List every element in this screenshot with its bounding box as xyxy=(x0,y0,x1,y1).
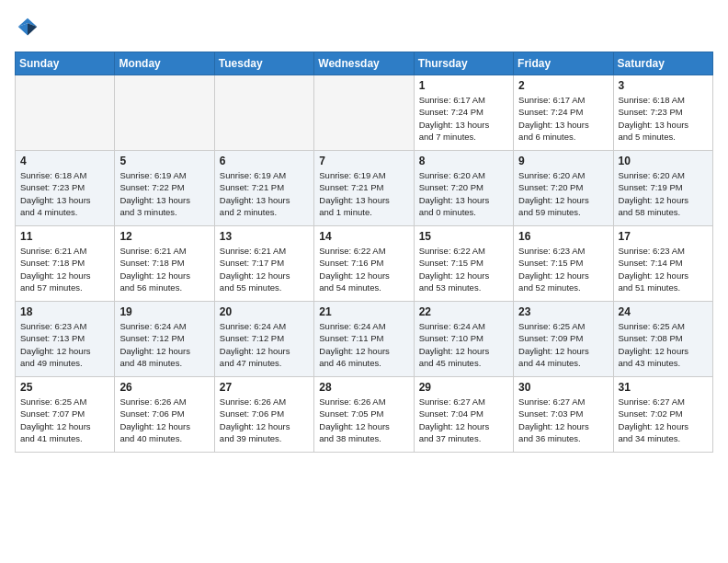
day-number: 12 xyxy=(119,230,209,243)
calendar-cell: 29Sunrise: 6:27 AM Sunset: 7:04 PM Dayli… xyxy=(414,377,513,453)
day-number: 14 xyxy=(319,230,408,243)
week-row-1: 1Sunrise: 6:17 AM Sunset: 7:24 PM Daylig… xyxy=(16,75,713,151)
calendar: SundayMondayTuesdayWednesdayThursdayFrid… xyxy=(15,52,713,453)
calendar-cell: 5Sunrise: 6:19 AM Sunset: 7:22 PM Daylig… xyxy=(115,151,214,226)
cell-content: Sunrise: 6:19 AM Sunset: 7:22 PM Dayligh… xyxy=(119,169,209,218)
cell-content: Sunrise: 6:26 AM Sunset: 7:06 PM Dayligh… xyxy=(119,396,209,444)
day-number: 2 xyxy=(518,79,608,92)
day-number: 9 xyxy=(518,155,608,167)
calendar-cell: 6Sunrise: 6:19 AM Sunset: 7:21 PM Daylig… xyxy=(214,151,313,226)
calendar-cell: 10Sunrise: 6:20 AM Sunset: 7:19 PM Dayli… xyxy=(613,151,712,226)
week-row-4: 18Sunrise: 6:23 AM Sunset: 7:13 PM Dayli… xyxy=(16,302,713,377)
cell-content: Sunrise: 6:21 AM Sunset: 7:18 PM Dayligh… xyxy=(119,245,209,293)
day-number: 8 xyxy=(419,155,508,167)
page: SundayMondayTuesdayWednesdayThursdayFrid… xyxy=(0,0,728,467)
cell-content: Sunrise: 6:17 AM Sunset: 7:24 PM Dayligh… xyxy=(419,94,508,143)
calendar-cell: 25Sunrise: 6:25 AM Sunset: 7:07 PM Dayli… xyxy=(16,377,115,453)
calendar-cell xyxy=(214,75,313,151)
cell-content: Sunrise: 6:25 AM Sunset: 7:09 PM Dayligh… xyxy=(518,320,608,369)
cell-content: Sunrise: 6:19 AM Sunset: 7:21 PM Dayligh… xyxy=(319,169,408,218)
calendar-cell xyxy=(115,75,214,151)
calendar-cell: 2Sunrise: 6:17 AM Sunset: 7:24 PM Daylig… xyxy=(514,75,613,151)
cell-content: Sunrise: 6:26 AM Sunset: 7:06 PM Dayligh… xyxy=(220,396,309,444)
calendar-cell: 4Sunrise: 6:18 AM Sunset: 7:23 PM Daylig… xyxy=(16,151,115,226)
cell-content: Sunrise: 6:23 AM Sunset: 7:13 PM Dayligh… xyxy=(20,320,109,369)
logo-icon xyxy=(15,15,40,40)
weekday-header-row: SundayMondayTuesdayWednesdayThursdayFrid… xyxy=(16,52,713,75)
calendar-cell: 26Sunrise: 6:26 AM Sunset: 7:06 PM Dayli… xyxy=(115,377,214,453)
calendar-cell: 15Sunrise: 6:22 AM Sunset: 7:15 PM Dayli… xyxy=(414,226,513,302)
calendar-cell: 21Sunrise: 6:24 AM Sunset: 7:11 PM Dayli… xyxy=(314,302,414,377)
day-number: 24 xyxy=(619,305,708,318)
cell-content: Sunrise: 6:17 AM Sunset: 7:24 PM Dayligh… xyxy=(518,94,608,143)
calendar-cell: 8Sunrise: 6:20 AM Sunset: 7:20 PM Daylig… xyxy=(414,151,513,226)
cell-content: Sunrise: 6:27 AM Sunset: 7:04 PM Dayligh… xyxy=(419,396,508,444)
calendar-cell: 27Sunrise: 6:26 AM Sunset: 7:06 PM Dayli… xyxy=(214,377,313,453)
weekday-wednesday: Wednesday xyxy=(314,52,414,75)
cell-content: Sunrise: 6:27 AM Sunset: 7:03 PM Dayligh… xyxy=(518,396,608,444)
calendar-cell: 24Sunrise: 6:25 AM Sunset: 7:08 PM Dayli… xyxy=(613,302,712,377)
day-number: 6 xyxy=(220,155,309,167)
logo xyxy=(15,15,44,40)
day-number: 3 xyxy=(619,79,708,92)
cell-content: Sunrise: 6:20 AM Sunset: 7:19 PM Dayligh… xyxy=(619,169,708,218)
weekday-sunday: Sunday xyxy=(16,52,115,75)
day-number: 20 xyxy=(220,305,309,318)
calendar-cell: 1Sunrise: 6:17 AM Sunset: 7:24 PM Daylig… xyxy=(414,75,513,151)
cell-content: Sunrise: 6:22 AM Sunset: 7:15 PM Dayligh… xyxy=(419,245,508,293)
cell-content: Sunrise: 6:18 AM Sunset: 7:23 PM Dayligh… xyxy=(20,169,109,218)
calendar-cell: 13Sunrise: 6:21 AM Sunset: 7:17 PM Dayli… xyxy=(214,226,313,302)
cell-content: Sunrise: 6:20 AM Sunset: 7:20 PM Dayligh… xyxy=(419,169,508,218)
calendar-cell xyxy=(314,75,414,151)
day-number: 28 xyxy=(319,381,408,394)
day-number: 7 xyxy=(319,155,408,167)
calendar-cell: 14Sunrise: 6:22 AM Sunset: 7:16 PM Dayli… xyxy=(314,226,414,302)
calendar-cell: 28Sunrise: 6:26 AM Sunset: 7:05 PM Dayli… xyxy=(314,377,414,453)
cell-content: Sunrise: 6:24 AM Sunset: 7:11 PM Dayligh… xyxy=(319,320,408,369)
weekday-monday: Monday xyxy=(115,52,214,75)
week-row-5: 25Sunrise: 6:25 AM Sunset: 7:07 PM Dayli… xyxy=(16,377,713,453)
day-number: 4 xyxy=(20,155,109,167)
cell-content: Sunrise: 6:21 AM Sunset: 7:18 PM Dayligh… xyxy=(20,245,109,293)
calendar-cell xyxy=(16,75,115,151)
calendar-cell: 12Sunrise: 6:21 AM Sunset: 7:18 PM Dayli… xyxy=(115,226,214,302)
week-row-3: 11Sunrise: 6:21 AM Sunset: 7:18 PM Dayli… xyxy=(16,226,713,302)
weekday-thursday: Thursday xyxy=(414,52,513,75)
day-number: 5 xyxy=(119,155,209,167)
cell-content: Sunrise: 6:24 AM Sunset: 7:12 PM Dayligh… xyxy=(119,320,209,369)
day-number: 25 xyxy=(20,381,109,394)
cell-content: Sunrise: 6:19 AM Sunset: 7:21 PM Dayligh… xyxy=(220,169,309,218)
calendar-cell: 19Sunrise: 6:24 AM Sunset: 7:12 PM Dayli… xyxy=(115,302,214,377)
calendar-cell: 30Sunrise: 6:27 AM Sunset: 7:03 PM Dayli… xyxy=(514,377,613,453)
weekday-saturday: Saturday xyxy=(613,52,712,75)
calendar-cell: 22Sunrise: 6:24 AM Sunset: 7:10 PM Dayli… xyxy=(414,302,513,377)
cell-content: Sunrise: 6:20 AM Sunset: 7:20 PM Dayligh… xyxy=(518,169,608,218)
day-number: 19 xyxy=(119,305,209,318)
cell-content: Sunrise: 6:21 AM Sunset: 7:17 PM Dayligh… xyxy=(220,245,309,293)
day-number: 30 xyxy=(518,381,608,394)
cell-content: Sunrise: 6:23 AM Sunset: 7:14 PM Dayligh… xyxy=(619,245,708,293)
cell-content: Sunrise: 6:22 AM Sunset: 7:16 PM Dayligh… xyxy=(319,245,408,293)
cell-content: Sunrise: 6:24 AM Sunset: 7:10 PM Dayligh… xyxy=(419,320,508,369)
day-number: 17 xyxy=(619,230,708,243)
calendar-cell: 17Sunrise: 6:23 AM Sunset: 7:14 PM Dayli… xyxy=(613,226,712,302)
weekday-friday: Friday xyxy=(514,52,613,75)
day-number: 21 xyxy=(319,305,408,318)
day-number: 15 xyxy=(419,230,508,243)
day-number: 22 xyxy=(419,305,508,318)
day-number: 18 xyxy=(20,305,109,318)
cell-content: Sunrise: 6:26 AM Sunset: 7:05 PM Dayligh… xyxy=(319,396,408,444)
cell-content: Sunrise: 6:18 AM Sunset: 7:23 PM Dayligh… xyxy=(619,94,708,143)
calendar-cell: 9Sunrise: 6:20 AM Sunset: 7:20 PM Daylig… xyxy=(514,151,613,226)
day-number: 11 xyxy=(20,230,109,243)
calendar-cell: 18Sunrise: 6:23 AM Sunset: 7:13 PM Dayli… xyxy=(16,302,115,377)
svg-marker-2 xyxy=(18,23,28,35)
day-number: 1 xyxy=(419,79,508,92)
day-number: 10 xyxy=(619,155,708,167)
calendar-cell: 20Sunrise: 6:24 AM Sunset: 7:12 PM Dayli… xyxy=(214,302,313,377)
calendar-cell: 3Sunrise: 6:18 AM Sunset: 7:23 PM Daylig… xyxy=(613,75,712,151)
day-number: 16 xyxy=(518,230,608,243)
calendar-cell: 31Sunrise: 6:27 AM Sunset: 7:02 PM Dayli… xyxy=(613,377,712,453)
day-number: 13 xyxy=(220,230,309,243)
cell-content: Sunrise: 6:25 AM Sunset: 7:07 PM Dayligh… xyxy=(20,396,109,444)
